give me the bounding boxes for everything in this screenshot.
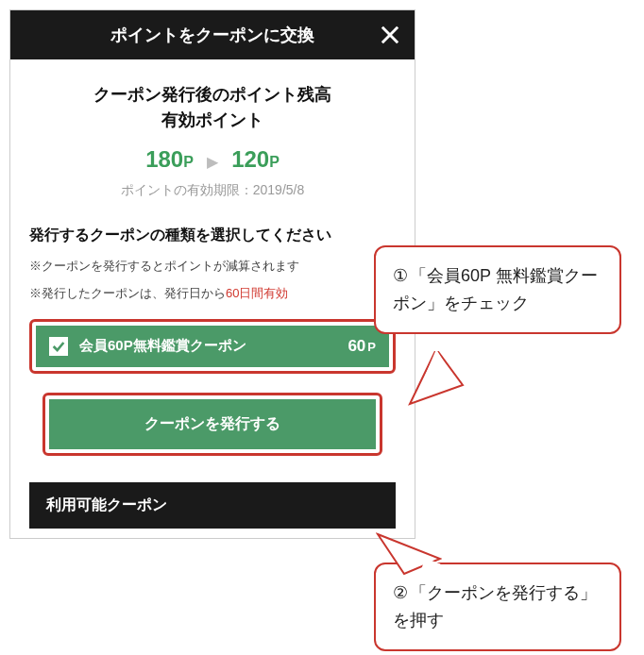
- annotation-highlight-1: 会員60P無料鑑賞クーポン 60P: [29, 319, 396, 374]
- select-coupon-heading: 発行するクーポンの種類を選択してください: [29, 226, 396, 245]
- arrow-right-icon: ▶: [207, 153, 218, 171]
- titlebar-title: ポイントをクーポンに交換: [110, 24, 314, 46]
- points-before-unit: P: [183, 154, 194, 170]
- note-validity-days: 60日間有効: [226, 286, 288, 300]
- checkbox-checked-icon[interactable]: [49, 337, 68, 356]
- points-expiry: ポイントの有効期限：2019/5/8: [29, 182, 396, 199]
- expiry-date: 2019/5/8: [253, 182, 305, 197]
- coupon-option-cost: 60P: [347, 337, 376, 356]
- coupon-option-label: 会員60P無料鑑賞クーポン: [79, 337, 347, 355]
- callout-1-tail-icon: [408, 347, 465, 410]
- balance-heading-line2: 有効ポイント: [29, 108, 396, 133]
- svg-line-6: [423, 564, 438, 570]
- callout-2-tail-icon: [376, 532, 442, 576]
- callout-1-number: ①: [393, 266, 408, 285]
- close-icon[interactable]: [377, 22, 403, 48]
- annotation-callout-1: ①「会員60P 無料鑑賞クーポン」をチェック: [374, 245, 621, 334]
- coupon-option-row[interactable]: 会員60P無料鑑賞クーポン 60P: [36, 326, 389, 367]
- modal-panel: ポイントをクーポンに交換 クーポン発行後のポイント残高 有効ポイント 180P …: [9, 9, 415, 539]
- coupon-cost-unit: P: [367, 340, 376, 354]
- issue-button-label: クーポンを発行する: [144, 415, 280, 431]
- balance-heading-line1: クーポン発行後のポイント残高: [29, 82, 396, 108]
- annotation-highlight-2: クーポンを発行する: [42, 393, 382, 456]
- points-row: 180P ▶ 120P: [29, 146, 396, 173]
- issue-coupon-button[interactable]: クーポンを発行する: [49, 399, 376, 449]
- expiry-label: ポイントの有効期限：: [121, 182, 253, 197]
- callout-1-text: 「会員60P 無料鑑賞クーポン」をチェック: [393, 266, 598, 312]
- coupon-cost-value: 60: [347, 337, 365, 355]
- points-after-unit: P: [269, 154, 280, 170]
- callout-2-number: ②: [393, 583, 408, 602]
- note-validity: ※発行したクーポンは、発行日から60日間有効: [29, 284, 396, 304]
- available-coupons-header: 利用可能クーポン: [29, 482, 396, 529]
- note-validity-prefix: ※発行したクーポンは、発行日から: [29, 286, 226, 300]
- points-after-value: 120: [231, 146, 269, 172]
- callout-2-text: 「クーポンを発行する」を押す: [393, 583, 597, 630]
- titlebar: ポイントをクーポンに交換: [10, 10, 415, 59]
- annotation-callout-2: ②「クーポンを発行する」を押す: [374, 563, 621, 651]
- balance-heading: クーポン発行後のポイント残高 有効ポイント: [29, 82, 396, 133]
- points-before-value: 180: [145, 146, 183, 172]
- note-deduct: ※クーポンを発行するとポイントが減算されます: [29, 257, 396, 277]
